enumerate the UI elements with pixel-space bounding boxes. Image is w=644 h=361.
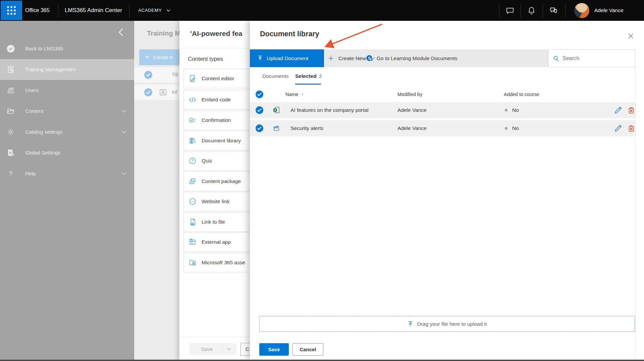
select-all-checkbox[interactable] bbox=[255, 90, 264, 99]
topbar-divider bbox=[129, 3, 129, 17]
content-panel-save-button[interactable]: Save bbox=[190, 343, 236, 355]
chevron-left-icon bbox=[116, 27, 127, 38]
training-panel-title: Training M bbox=[147, 30, 180, 37]
document-table-row[interactable]: Security alerts Adele Vance No bbox=[250, 120, 635, 136]
user-avatar[interactable] bbox=[574, 3, 589, 18]
users-icon bbox=[5, 85, 16, 96]
user-name[interactable]: Adele Vance bbox=[594, 0, 624, 21]
content-type-label: Quiz bbox=[202, 158, 212, 164]
row-checkbox[interactable] bbox=[144, 88, 153, 97]
tab-documents[interactable]: Documents bbox=[262, 73, 288, 79]
external-app-icon bbox=[189, 238, 197, 246]
sort-ascending-icon: ↑ bbox=[301, 92, 304, 97]
go-to-learning-module-documents-link[interactable]: S Go to Learning Module Documents bbox=[366, 49, 457, 67]
plus-icon bbox=[328, 55, 334, 61]
notifications-button[interactable] bbox=[521, 0, 542, 21]
sidebar-item-back-to-lms365[interactable]: Back to LMS365 bbox=[0, 38, 134, 59]
save-button[interactable]: Save bbox=[259, 343, 289, 356]
chevron-down-icon bbox=[121, 109, 127, 113]
sidebar-item-label: Catalog settings bbox=[25, 129, 62, 135]
svg-text:X: X bbox=[274, 109, 276, 112]
sidebar-item-label: Back to LMS365 bbox=[25, 46, 63, 52]
confirmation-icon bbox=[189, 116, 197, 124]
column-header-modified-by[interactable]: Modified by bbox=[397, 92, 422, 97]
upload-icon bbox=[257, 55, 263, 61]
row-checkbox[interactable] bbox=[255, 124, 264, 133]
sidebar-item-label: Users bbox=[25, 87, 39, 93]
content-types-section-label: Content types bbox=[188, 56, 223, 62]
delete-document-button[interactable] bbox=[627, 106, 636, 115]
file-dropzone[interactable]: Drag your file here to upload it bbox=[259, 316, 635, 332]
sidebar-item-global-settings[interactable]: A Global Settings bbox=[0, 142, 134, 163]
document-name: Security alerts bbox=[290, 125, 323, 131]
upload-icon bbox=[408, 321, 413, 327]
document-modified-by: Adele Vance bbox=[397, 125, 427, 131]
search-input[interactable] bbox=[562, 55, 631, 61]
content-type-label: Confirmation bbox=[202, 117, 231, 123]
brand-office365[interactable]: Office 365 bbox=[25, 0, 50, 21]
content-panel-title: 'AI-powered fea bbox=[190, 30, 243, 38]
go-to-label: Go to Learning Module Documents bbox=[377, 55, 457, 61]
modal-title: Document library bbox=[260, 30, 319, 38]
upload-document-button[interactable]: Upload Document bbox=[250, 49, 324, 67]
video-file-icon bbox=[273, 125, 280, 132]
tab-selected-label: Selected bbox=[295, 73, 317, 79]
column-header-added-to-course[interactable]: Added to course bbox=[504, 92, 539, 97]
trash-icon bbox=[627, 124, 636, 133]
content-type-label: Content package bbox=[202, 178, 241, 184]
sidebar-item-help[interactable]: ? Help bbox=[0, 163, 134, 184]
document-table-row[interactable]: X AI features on the company portal Adel… bbox=[250, 102, 635, 118]
search-icon bbox=[553, 55, 559, 61]
screen: Office 365 LMS365 Admin Center ACADEMY A… bbox=[0, 0, 644, 361]
photo-placeholder-icon bbox=[159, 88, 167, 97]
svg-text:S: S bbox=[368, 56, 370, 60]
tab-selected[interactable]: Selected2 bbox=[295, 73, 322, 79]
delete-document-button[interactable] bbox=[627, 124, 636, 133]
content-type-label: Website link bbox=[202, 198, 229, 205]
selected-count-badge: 2 bbox=[319, 73, 322, 79]
feedback-button[interactable] bbox=[543, 0, 564, 21]
row-checkbox[interactable] bbox=[255, 106, 264, 115]
column-header-name[interactable]: Name↑ bbox=[285, 92, 304, 97]
svg-text:?: ? bbox=[192, 159, 194, 163]
top-bar: Office 365 LMS365 Admin Center ACADEMY A… bbox=[0, 0, 644, 21]
status-dot-icon bbox=[505, 127, 507, 130]
app-launcher-button[interactable] bbox=[1, 1, 22, 20]
app-title[interactable]: LMS365 Admin Center bbox=[65, 0, 122, 21]
search-box bbox=[548, 49, 635, 67]
trash-icon bbox=[627, 106, 636, 115]
sidebar-item-content[interactable]: Content bbox=[0, 101, 134, 122]
topbar-divider bbox=[58, 3, 58, 17]
sidebar-item-training-management[interactable]: Training Management bbox=[0, 59, 134, 80]
excel-file-icon: X bbox=[273, 106, 280, 114]
modal-toolbar: Upload Document Create New S Go to Learn… bbox=[250, 49, 635, 67]
pencil-icon bbox=[614, 124, 623, 133]
training-row-label: Titl bbox=[172, 72, 178, 77]
row-checkbox[interactable] bbox=[144, 71, 153, 79]
microsoft-365-assets-icon bbox=[189, 259, 197, 267]
chat-button[interactable] bbox=[499, 0, 521, 21]
feedback-chat-icon bbox=[549, 6, 558, 15]
added-to-course-cell: No bbox=[505, 125, 519, 131]
active-tab-indicator bbox=[295, 84, 321, 85]
cancel-button[interactable]: Cancel bbox=[292, 343, 323, 356]
quiz-icon: ? bbox=[189, 157, 197, 165]
sidebar-item-users[interactable]: Users bbox=[0, 80, 134, 101]
content-type-label: Microsoft 365 asse bbox=[202, 260, 245, 266]
svg-text:A: A bbox=[9, 151, 11, 155]
sidebar-item-catalog-settings[interactable]: Catalog settings bbox=[0, 122, 134, 142]
tab-documents-label: Documents bbox=[262, 73, 288, 79]
training-row-label: Inf bbox=[172, 89, 177, 95]
table-header-row: Name↑ Modified by Added to course bbox=[250, 87, 635, 102]
edit-document-button[interactable] bbox=[614, 106, 623, 115]
link-to-file-icon bbox=[189, 218, 197, 226]
tenant-label: ACADEMY bbox=[138, 8, 162, 13]
chevron-down-icon bbox=[226, 348, 231, 351]
modal-close-button[interactable] bbox=[626, 31, 636, 41]
sharepoint-icon: S bbox=[366, 55, 373, 62]
edit-document-button[interactable] bbox=[614, 124, 623, 133]
sidebar-collapse-button[interactable] bbox=[116, 27, 127, 38]
chevron-down-icon bbox=[121, 172, 127, 175]
tenant-selector[interactable]: ACADEMY bbox=[138, 0, 170, 21]
create-new-label: Create New bbox=[338, 55, 366, 61]
